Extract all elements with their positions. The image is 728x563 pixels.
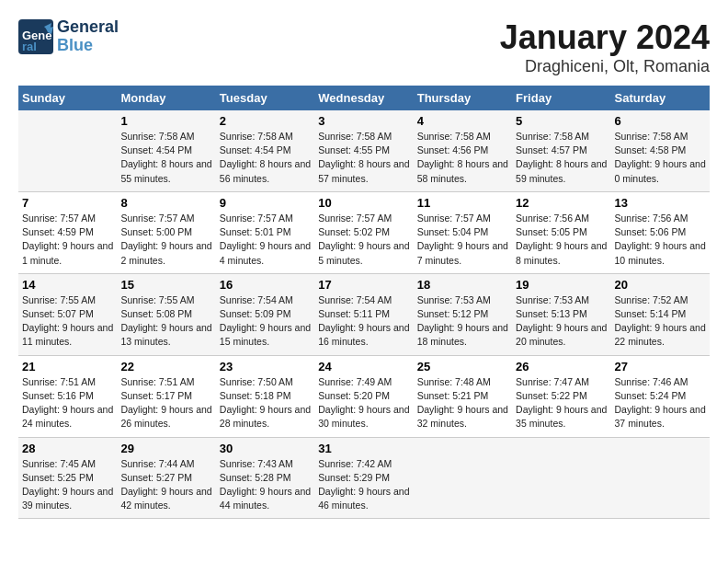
day-cell: 22Sunrise: 7:51 AMSunset: 5:17 PMDayligh… — [117, 355, 215, 437]
header-cell-wednesday: Wednesday — [314, 86, 413, 110]
day-cell: 8Sunrise: 7:57 AMSunset: 5:00 PMDaylight… — [117, 191, 215, 273]
day-info: Sunrise: 7:58 AMSunset: 4:54 PMDaylight:… — [220, 130, 311, 186]
day-cell: 23Sunrise: 7:50 AMSunset: 5:18 PMDayligh… — [216, 355, 314, 437]
day-number: 4 — [417, 114, 508, 128]
day-info: Sunrise: 7:51 AMSunset: 5:17 PMDaylight:… — [120, 375, 211, 431]
week-row-1: 1Sunrise: 7:58 AMSunset: 4:54 PMDaylight… — [18, 110, 710, 191]
day-cell: 20Sunrise: 7:52 AMSunset: 5:14 PMDayligh… — [611, 273, 710, 355]
day-number: 26 — [516, 360, 607, 373]
day-info: Sunrise: 7:51 AMSunset: 5:16 PMDaylight:… — [22, 375, 113, 431]
day-cell — [18, 110, 117, 191]
header-row: SundayMondayTuesdayWednesdayThursdayFrid… — [18, 86, 710, 110]
day-cell: 3Sunrise: 7:58 AMSunset: 4:55 PMDaylight… — [314, 110, 413, 191]
day-cell: 18Sunrise: 7:53 AMSunset: 5:12 PMDayligh… — [414, 273, 512, 355]
day-number: 17 — [318, 278, 409, 292]
day-cell: 31Sunrise: 7:42 AMSunset: 5:29 PMDayligh… — [314, 437, 413, 519]
day-number: 15 — [120, 278, 211, 292]
day-info: Sunrise: 7:58 AMSunset: 4:55 PMDaylight:… — [318, 130, 409, 186]
header: Gene ral General Blue January 2024 Dragh… — [18, 18, 710, 76]
day-info: Sunrise: 7:46 AMSunset: 5:24 PMDaylight:… — [615, 375, 706, 431]
day-info: Sunrise: 7:47 AMSunset: 5:22 PMDaylight:… — [516, 375, 607, 431]
day-cell: 2Sunrise: 7:58 AMSunset: 4:54 PMDaylight… — [216, 110, 314, 191]
day-cell: 4Sunrise: 7:58 AMSunset: 4:56 PMDaylight… — [414, 110, 512, 191]
logo-text-blue: Blue — [57, 37, 119, 55]
day-info: Sunrise: 7:58 AMSunset: 4:56 PMDaylight:… — [417, 130, 508, 186]
day-number: 25 — [417, 360, 508, 373]
day-info: Sunrise: 7:44 AMSunset: 5:27 PMDaylight:… — [120, 457, 211, 513]
day-number: 12 — [516, 196, 607, 210]
title-area: January 2024 Draghiceni, Olt, Romania — [500, 18, 710, 76]
day-number: 29 — [120, 442, 211, 455]
day-number: 16 — [220, 278, 311, 292]
calendar-subtitle: Draghiceni, Olt, Romania — [500, 57, 710, 76]
day-info: Sunrise: 7:58 AMSunset: 4:58 PMDaylight:… — [615, 130, 706, 186]
svg-text:ral: ral — [22, 40, 37, 53]
day-info: Sunrise: 7:45 AMSunset: 5:25 PMDaylight:… — [22, 457, 113, 513]
header-cell-saturday: Saturday — [611, 86, 710, 110]
day-number: 24 — [318, 360, 409, 373]
day-info: Sunrise: 7:57 AMSunset: 4:59 PMDaylight:… — [22, 212, 113, 268]
day-cell: 21Sunrise: 7:51 AMSunset: 5:16 PMDayligh… — [18, 355, 117, 437]
day-cell: 10Sunrise: 7:57 AMSunset: 5:02 PMDayligh… — [314, 191, 413, 273]
day-cell: 25Sunrise: 7:48 AMSunset: 5:21 PMDayligh… — [414, 355, 512, 437]
header-cell-friday: Friday — [512, 86, 610, 110]
day-number: 2 — [220, 114, 311, 128]
week-row-5: 28Sunrise: 7:45 AMSunset: 5:25 PMDayligh… — [18, 437, 710, 519]
day-number: 31 — [318, 442, 409, 455]
day-number: 7 — [22, 196, 113, 210]
header-cell-tuesday: Tuesday — [216, 86, 314, 110]
day-cell: 12Sunrise: 7:56 AMSunset: 5:05 PMDayligh… — [512, 191, 610, 273]
header-cell-sunday: Sunday — [18, 86, 117, 110]
day-info: Sunrise: 7:49 AMSunset: 5:20 PMDaylight:… — [318, 375, 409, 431]
day-number: 23 — [220, 360, 311, 373]
day-info: Sunrise: 7:55 AMSunset: 5:08 PMDaylight:… — [120, 293, 211, 350]
day-cell: 28Sunrise: 7:45 AMSunset: 5:25 PMDayligh… — [18, 437, 117, 519]
day-number: 18 — [417, 278, 508, 292]
logo-text-general: General — [57, 18, 119, 37]
day-info: Sunrise: 7:55 AMSunset: 5:07 PMDaylight:… — [22, 293, 113, 350]
day-cell: 5Sunrise: 7:58 AMSunset: 4:57 PMDaylight… — [512, 110, 610, 191]
day-number: 20 — [615, 278, 706, 292]
day-info: Sunrise: 7:53 AMSunset: 5:12 PMDaylight:… — [417, 293, 508, 350]
day-info: Sunrise: 7:50 AMSunset: 5:18 PMDaylight:… — [220, 375, 311, 431]
day-number: 14 — [22, 278, 113, 292]
day-number: 9 — [220, 196, 311, 210]
header-cell-thursday: Thursday — [414, 86, 512, 110]
logo: Gene ral General Blue — [18, 18, 119, 55]
day-cell — [512, 437, 610, 519]
day-info: Sunrise: 7:57 AMSunset: 5:00 PMDaylight:… — [120, 212, 211, 268]
day-number: 19 — [516, 278, 607, 292]
day-cell: 29Sunrise: 7:44 AMSunset: 5:27 PMDayligh… — [117, 437, 215, 519]
day-number: 27 — [615, 360, 706, 373]
day-cell: 24Sunrise: 7:49 AMSunset: 5:20 PMDayligh… — [314, 355, 413, 437]
day-cell: 14Sunrise: 7:55 AMSunset: 5:07 PMDayligh… — [18, 273, 117, 355]
day-info: Sunrise: 7:42 AMSunset: 5:29 PMDaylight:… — [318, 457, 409, 513]
logo-icon: Gene ral — [18, 19, 53, 54]
day-info: Sunrise: 7:57 AMSunset: 5:04 PMDaylight:… — [417, 212, 508, 268]
day-cell: 1Sunrise: 7:58 AMSunset: 4:54 PMDaylight… — [117, 110, 215, 191]
day-info: Sunrise: 7:54 AMSunset: 5:11 PMDaylight:… — [318, 293, 409, 350]
day-info: Sunrise: 7:57 AMSunset: 5:02 PMDaylight:… — [318, 212, 409, 268]
day-number: 1 — [120, 114, 211, 128]
week-row-2: 7Sunrise: 7:57 AMSunset: 4:59 PMDaylight… — [18, 191, 710, 273]
day-number: 5 — [516, 114, 607, 128]
day-info: Sunrise: 7:48 AMSunset: 5:21 PMDaylight:… — [417, 375, 508, 431]
day-number: 21 — [22, 360, 113, 373]
day-number: 13 — [615, 196, 706, 210]
calendar-table: SundayMondayTuesdayWednesdayThursdayFrid… — [18, 86, 710, 519]
day-info: Sunrise: 7:43 AMSunset: 5:28 PMDaylight:… — [220, 457, 311, 513]
day-number: 30 — [220, 442, 311, 455]
day-number: 28 — [22, 442, 113, 455]
day-number: 6 — [615, 114, 706, 128]
day-info: Sunrise: 7:53 AMSunset: 5:13 PMDaylight:… — [516, 293, 607, 350]
day-cell — [611, 437, 710, 519]
calendar-title: January 2024 — [500, 18, 710, 57]
week-row-4: 21Sunrise: 7:51 AMSunset: 5:16 PMDayligh… — [18, 355, 710, 437]
day-info: Sunrise: 7:58 AMSunset: 4:57 PMDaylight:… — [516, 130, 607, 186]
day-number: 11 — [417, 196, 508, 210]
day-cell: 13Sunrise: 7:56 AMSunset: 5:06 PMDayligh… — [611, 191, 710, 273]
day-number: 8 — [120, 196, 211, 210]
day-info: Sunrise: 7:52 AMSunset: 5:14 PMDaylight:… — [615, 293, 706, 350]
day-cell: 30Sunrise: 7:43 AMSunset: 5:28 PMDayligh… — [216, 437, 314, 519]
day-info: Sunrise: 7:54 AMSunset: 5:09 PMDaylight:… — [220, 293, 311, 350]
